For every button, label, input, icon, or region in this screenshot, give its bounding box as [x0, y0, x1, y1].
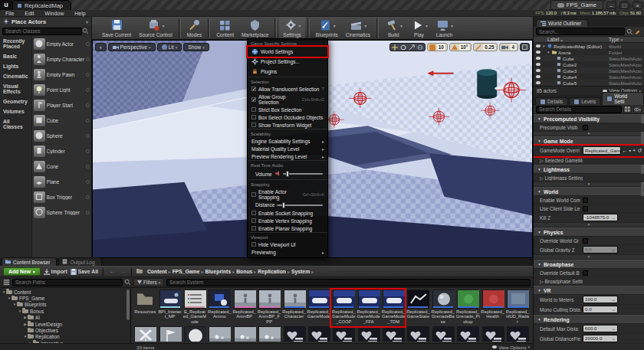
asset-replicated-animbp[interactable]: Replicated_AnimBP [232, 289, 257, 326]
add-new-button[interactable]: Add New▾ [3, 267, 41, 276]
category-recently-placed[interactable]: Recently Placed [0, 36, 31, 51]
drag-handle-icon[interactable] [86, 88, 90, 92]
value-box[interactable]: 0.0↔ [583, 246, 618, 254]
folder-replication[interactable]: ▼Replication [0, 334, 130, 340]
place-actor-point-light[interactable]: Point Light [32, 82, 91, 97]
use-selected-icon[interactable]: ← [623, 148, 628, 153]
checkbox-icon[interactable] [251, 226, 256, 231]
place-actor-sphere[interactable]: Sphere [32, 128, 91, 143]
checkbox[interactable] [583, 270, 588, 276]
asset-thumbnail[interactable] [406, 326, 430, 342]
property-override-world-gr[interactable]: Override World Gr [534, 237, 644, 245]
drag-handle-icon[interactable] [86, 119, 90, 123]
menu-file[interactable]: File [0, 11, 19, 16]
property-lightmass-setting[interactable]: ▷ Lightmass Setting [534, 174, 644, 182]
visibility-eye-icon[interactable] [536, 44, 540, 47]
asset-thumbnail[interactable] [431, 326, 455, 342]
tree-scrollbar[interactable] [127, 289, 130, 320]
details-search-input[interactable] [536, 106, 622, 113]
outliner-row-cube4[interactable]: Cube4StaticMeshActo [534, 74, 644, 80]
source-control-button[interactable]: ▾Source Control [135, 17, 176, 40]
blueprints-button[interactable]: ▾Blueprints [312, 17, 342, 40]
folder-blueprints[interactable]: ▼Blueprints [0, 302, 130, 308]
crumb-fps-game[interactable]: FPS_Game [172, 269, 200, 274]
checkbox[interactable] [583, 125, 588, 130]
crumb-content[interactable]: Content [147, 269, 167, 274]
category-cinematic[interactable]: Cinematic [0, 71, 31, 81]
place-actor-plane[interactable]: Plane [32, 174, 91, 189]
drag-handle-icon[interactable] [86, 73, 90, 77]
visibility-eye-icon[interactable] [536, 51, 540, 54]
visibility-eye-icon[interactable] [536, 75, 540, 78]
asset-replicated-grenadebase[interactable]: Replicated_GrenadeBase [431, 289, 455, 326]
asset-thumbnail[interactable] [356, 326, 381, 342]
menu-submenu-preview-rendering-level[interactable]: Preview Rendering Level▸ [248, 152, 327, 160]
section-game-mode[interactable]: ▼Game Mode [534, 136, 644, 146]
visibility-eye-icon[interactable] [536, 81, 540, 84]
crumb-replication[interactable]: Replication [258, 269, 286, 274]
asset-thumbnail[interactable] [133, 326, 157, 342]
close-button[interactable]: × [632, 2, 642, 9]
scale-tool-icon[interactable] [409, 44, 415, 51]
checkbox-icon[interactable] [251, 192, 256, 197]
property-global-gravity-z[interactable]: Global Gravity Z0.0↔ [534, 245, 644, 255]
outliner-row-cube3[interactable]: Cube3StaticMeshActo [534, 67, 644, 74]
add-new-icon[interactable]: + [632, 148, 636, 153]
viewport-options-button[interactable]: ▾ [95, 43, 107, 51]
property-broadphase-settin[interactable]: ▷ Broadphase Settin [534, 277, 644, 286]
drag-handle-icon[interactable] [86, 42, 90, 46]
folder-fps-game[interactable]: ▼FPS_Game [0, 295, 130, 301]
build-button[interactable]: ▾Build [381, 17, 406, 40]
crumb-blueprints[interactable]: Blueprints [205, 269, 232, 274]
folder-leveldesign[interactable]: ▶LevelDesign [0, 321, 130, 327]
drag-handle-icon[interactable] [86, 103, 90, 107]
show-button[interactable]: Show▾ [183, 43, 209, 51]
section-precomputed-visibility[interactable]: ▼Precomputed Visibility [534, 114, 644, 123]
chevron-down-icon[interactable]: ▾ [426, 23, 428, 28]
value-box[interactable]: 100.0↔ [583, 296, 618, 303]
menu-window[interactable]: Window [39, 11, 69, 16]
save-all-button[interactable]: Save All [71, 269, 98, 275]
scale-snap-control[interactable]: 0.25 [473, 43, 498, 51]
property-mono-culling-dista[interactable]: Mono Culling Dista0.0↔ [534, 305, 644, 315]
category-volumes[interactable]: Volumes [0, 106, 31, 116]
asset-replicated-health[interactable]: Replicated_Health [480, 289, 504, 326]
display-filter-eye-icon[interactable]: ▾ [633, 106, 642, 113]
asset-thumbnail[interactable] [505, 326, 530, 342]
value-box[interactable]: 600.0↔ [583, 325, 618, 332]
expand-value-icon[interactable]: ↔ [612, 335, 616, 342]
place-actor-sphere-trigger[interactable]: Sphere Trigger [32, 204, 91, 220]
camera-speed-control[interactable]: 4 [499, 43, 518, 51]
folder-bonus[interactable]: ▼Bonus [0, 308, 130, 314]
level-tab[interactable]: ReplicatedMap [12, 0, 71, 10]
section-lightmass[interactable]: ▼Lightmass [534, 165, 644, 174]
cinematics-button[interactable]: ▾Cinematics [342, 17, 374, 40]
crumb-bonus[interactable]: Bonus [236, 269, 252, 274]
move-tool-icon[interactable] [392, 44, 398, 51]
menu-submenu-engine-scalability-settings[interactable]: Engine Scalability Settings▸ [248, 137, 327, 145]
asset-thumbnail[interactable] [281, 326, 306, 342]
checkbox[interactable] [583, 238, 588, 244]
asset-thumbnail[interactable] [207, 326, 232, 342]
checkbox-icon[interactable] [251, 115, 256, 119]
back-arrow-icon[interactable]: ← [108, 268, 116, 275]
asset-thumbnail[interactable] [455, 326, 480, 342]
category-visual-effects[interactable]: Visual Effects [0, 81, 31, 96]
property-use-client-side-le[interactable]: Use Client Side Le [534, 204, 644, 213]
menu-check-enable-socket-snapping[interactable]: Enable Socket Snapping [248, 209, 327, 217]
value-box[interactable]: -1048575.0↔ [583, 214, 618, 221]
world-outliner-tab[interactable]: World Outliner [536, 19, 588, 27]
asset-thumbnail[interactable] [182, 326, 207, 342]
asset-resources[interactable]: Resources [133, 289, 157, 326]
folder-interactive[interactable]: ▶Interactive [0, 340, 130, 343]
outliner-column-headers[interactable]: Label ▴ Type▾ [534, 36, 644, 43]
expand-value-icon[interactable]: ↔ [612, 296, 616, 303]
asset-thumbnail[interactable] [381, 326, 406, 342]
folder-objectives[interactable]: Objectives [0, 327, 130, 333]
outliner-row-cube5[interactable]: Cube5StaticMeshActo [534, 80, 644, 86]
launch-button[interactable]: ▾Launch [432, 17, 457, 40]
drag-handle-icon[interactable] [86, 195, 90, 199]
category-geometry[interactable]: Geometry [0, 96, 31, 106]
menu-slider-volume[interactable]: Volume [248, 168, 327, 179]
menu-check-strict-box-selection[interactable]: Strict Box Selection [248, 106, 327, 113]
